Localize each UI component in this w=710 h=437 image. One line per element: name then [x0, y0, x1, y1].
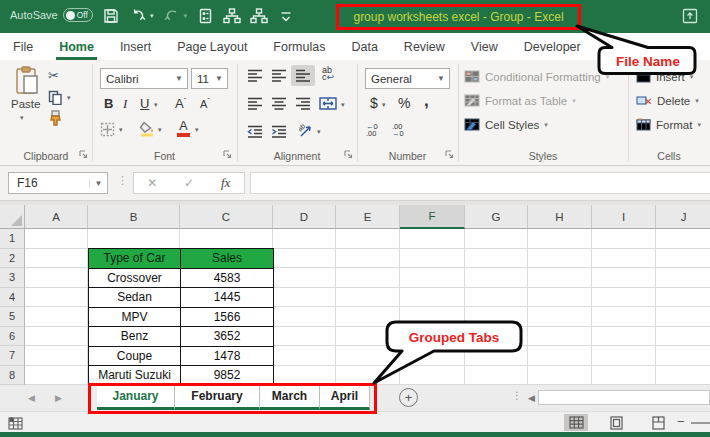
column-header-I[interactable]: I: [592, 205, 656, 229]
table-cell[interactable]: Maruti Suzuki: [89, 366, 181, 386]
grid-cell[interactable]: [400, 268, 465, 288]
table-cell[interactable]: Crossover: [89, 268, 181, 288]
percent-style-button[interactable]: %: [398, 95, 410, 111]
grid-cell[interactable]: [465, 249, 528, 269]
grid-cell[interactable]: [528, 366, 592, 386]
name-box[interactable]: F16 ▼: [8, 172, 108, 194]
font-dialog-launcher[interactable]: [222, 149, 232, 161]
grid-cell[interactable]: [336, 288, 400, 308]
grid-cell[interactable]: [336, 249, 400, 269]
grid-cell[interactable]: [465, 307, 528, 327]
autosave-pill[interactable]: Off: [63, 8, 93, 22]
grid-cell[interactable]: [336, 307, 400, 327]
grid-cell[interactable]: [273, 288, 336, 308]
page-layout-view-button[interactable]: [604, 414, 628, 431]
row-header-2[interactable]: 2: [0, 249, 25, 269]
font-color-icon[interactable]: A: [177, 120, 190, 137]
grid-cell[interactable]: [25, 327, 88, 347]
table-cell[interactable]: 9852: [181, 366, 274, 386]
column-header-G[interactable]: G: [465, 205, 528, 229]
format-cells-button[interactable]: Format▾: [636, 118, 701, 131]
grid-cell[interactable]: [528, 249, 592, 269]
grid-cell[interactable]: [400, 366, 465, 386]
sheet-scroll-right-icon[interactable]: ▶: [55, 393, 62, 403]
tab-view[interactable]: View: [458, 33, 511, 60]
tab-review[interactable]: Review: [391, 33, 458, 60]
grid-cell[interactable]: [273, 346, 336, 366]
grid-cell[interactable]: [528, 327, 592, 347]
copy-dropdown[interactable]: ▾: [67, 94, 71, 102]
ribbon-display-options-icon[interactable]: [682, 8, 698, 28]
grid-cell[interactable]: [336, 327, 400, 347]
grid-cell[interactable]: [465, 229, 528, 249]
table-header-cell[interactable]: Type of Car: [89, 249, 181, 269]
table-header-cell[interactable]: Sales: [181, 249, 274, 269]
sheet-tab-april[interactable]: April: [320, 385, 370, 410]
grid-cell[interactable]: [400, 249, 465, 269]
normal-view-button[interactable]: [564, 414, 588, 431]
tab-page-layout[interactable]: Page Layout: [164, 33, 260, 60]
column-header-E[interactable]: E: [336, 205, 400, 229]
grid-cell[interactable]: [25, 346, 88, 366]
grid-cell[interactable]: [528, 229, 592, 249]
cut-icon[interactable]: ✂: [48, 68, 59, 83]
grid-cell[interactable]: [656, 249, 710, 269]
row-header-7[interactable]: 7: [0, 346, 25, 366]
grid-cell[interactable]: [25, 229, 88, 249]
row-header-3[interactable]: 3: [0, 268, 25, 288]
italic-button[interactable]: I: [123, 96, 127, 112]
insert-cells-button[interactable]: Insert▾: [636, 70, 693, 83]
touch-mode-icon[interactable]: [196, 6, 214, 26]
tab-formulas[interactable]: Formulas: [260, 33, 338, 60]
grid-cell[interactable]: [336, 268, 400, 288]
grid-cell[interactable]: [528, 307, 592, 327]
grid-cell[interactable]: [528, 268, 592, 288]
font-color-dropdown[interactable]: ▾: [195, 126, 199, 134]
grid-cell[interactable]: [25, 366, 88, 386]
grid-cell[interactable]: [656, 229, 710, 249]
grid-cell[interactable]: [465, 327, 528, 347]
org-chart-icon[interactable]: [223, 6, 241, 26]
align-middle-icon[interactable]: [271, 69, 287, 84]
column-header-C[interactable]: C: [180, 205, 273, 229]
grid-cell[interactable]: [400, 229, 465, 249]
grid-cell[interactable]: [273, 229, 336, 249]
accounting-format-button[interactable]: $: [370, 95, 378, 111]
table-cell[interactable]: 1566: [181, 307, 274, 327]
column-header-J[interactable]: J: [656, 205, 710, 229]
paste-dropdown[interactable]: ▾: [20, 114, 24, 122]
table-cell[interactable]: Coupe: [89, 346, 181, 366]
table-cell[interactable]: Benz: [89, 327, 181, 347]
clipboard-dialog-launcher[interactable]: [78, 149, 88, 161]
save-icon[interactable]: [102, 6, 120, 26]
sheet-scroll-left-icon[interactable]: ◀: [28, 393, 35, 403]
grid-cell[interactable]: [465, 268, 528, 288]
paste-button[interactable]: [14, 66, 40, 98]
undo-dropdown[interactable]: ▾: [150, 12, 154, 20]
grid-cell[interactable]: [656, 366, 710, 386]
new-sheet-button[interactable]: +: [399, 388, 418, 407]
align-center-icon[interactable]: [271, 97, 287, 112]
orientation-icon[interactable]: ab: [299, 123, 315, 140]
fill-color-icon[interactable]: [139, 121, 156, 139]
zoom-out-icon[interactable]: −: [677, 414, 685, 429]
qat-customize-icon[interactable]: [277, 6, 295, 26]
grid-cell[interactable]: [25, 268, 88, 288]
grid-cell[interactable]: [656, 346, 710, 366]
merge-center-dropdown[interactable]: ▾: [341, 101, 345, 109]
align-top-icon[interactable]: [247, 69, 263, 84]
grid-cell[interactable]: [592, 229, 656, 249]
grid-cell[interactable]: [592, 288, 656, 308]
select-all-corner[interactable]: [0, 205, 25, 229]
scroll-left-icon[interactable]: ◀: [525, 393, 538, 403]
scrollbar-thumb[interactable]: [538, 390, 710, 405]
font-size-select[interactable]: 11▼: [191, 68, 228, 89]
grid-cell[interactable]: [273, 327, 336, 347]
alignment-dialog-launcher[interactable]: [343, 149, 353, 161]
grid-cell[interactable]: [592, 249, 656, 269]
wrap-text-icon[interactable]: abc↩: [322, 67, 334, 81]
decrease-decimal-icon[interactable]: .00→0: [392, 123, 404, 137]
formula-input[interactable]: [250, 172, 710, 194]
grid-cell[interactable]: [25, 307, 88, 327]
cell-styles-button[interactable]: Cell Styles▾: [464, 118, 548, 131]
